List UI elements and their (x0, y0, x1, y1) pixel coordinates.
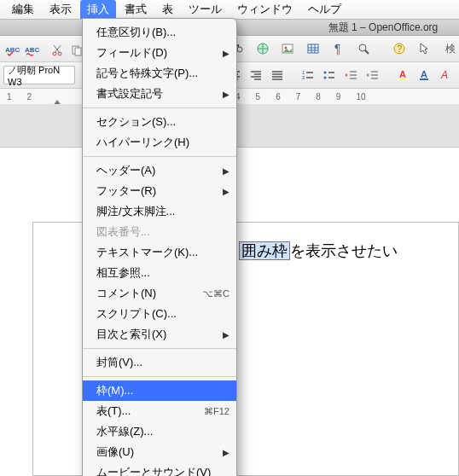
autospell-icon[interactable]: ABC (23, 39, 40, 61)
menu-item[interactable]: フィールド(D)▶ (83, 43, 236, 63)
svg-text:?: ? (397, 44, 402, 54)
menu-item[interactable]: セクション(S)... (83, 112, 236, 132)
ruler-tick: 7 (296, 92, 301, 102)
svg-rect-26 (75, 48, 81, 55)
menu-table[interactable]: 表 (155, 0, 180, 19)
ruler-tick: 5 (256, 92, 261, 102)
svg-rect-19 (420, 78, 428, 80)
svg-text:¶: ¶ (334, 42, 341, 55)
svg-rect-6 (308, 44, 318, 53)
ruler-tick: 10 (356, 92, 365, 102)
menu-help[interactable]: ヘルプ (301, 0, 348, 19)
menu-item[interactable]: 脚注/文末脚注... (83, 201, 236, 222)
menu-item[interactable]: ハイパーリンク(H) (83, 132, 236, 153)
outdent-icon[interactable] (342, 64, 360, 86)
menu-item[interactable]: フッター(R)▶ (83, 181, 236, 201)
spellcheck-icon[interactable]: ABC (3, 39, 20, 61)
menu-item[interactable]: 画像(U)▶ (83, 442, 236, 462)
menu-item-label: ハイパーリンク(H) (96, 135, 189, 150)
svg-text:A: A (440, 69, 448, 81)
menu-item[interactable]: テキストマーク(K)... (83, 242, 236, 263)
svg-text:2: 2 (302, 75, 305, 80)
submenu-arrow-icon: ▶ (223, 90, 230, 99)
svg-text:A: A (399, 69, 406, 79)
menu-item[interactable]: スクリプト(C)... (83, 304, 236, 324)
svg-text:A: A (421, 69, 427, 79)
align-justify-icon[interactable] (269, 64, 287, 86)
menu-item-label: 任意区切り(B)... (96, 25, 176, 40)
char-style-icon[interactable]: A (438, 64, 456, 86)
menu-item-label: 目次と索引(X) (96, 327, 166, 342)
gallery-icon[interactable] (277, 38, 299, 60)
window-title: 無題 1 – OpenOffice.org (328, 21, 439, 33)
insert-menu: 任意区切り(B)...フィールド(D)▶記号と特殊文字(P)...書式設定記号▶… (82, 18, 237, 476)
menu-item-label: 図表番号... (96, 224, 150, 240)
menu-item[interactable]: 水平線(Z)... (83, 421, 236, 442)
svg-line-9 (365, 50, 369, 54)
svg-text:ABC: ABC (25, 46, 39, 54)
font-color-icon[interactable]: A (415, 64, 433, 86)
toolbar-tail: 検 (445, 42, 456, 56)
document-text[interactable]: 囲み枠を表示させたい (239, 241, 398, 261)
menu-window[interactable]: ウィンドウ (230, 0, 299, 19)
help-icon[interactable]: ? (388, 38, 410, 60)
font-name-field[interactable]: ノ明朝 ProN W3 (3, 66, 75, 84)
ruler-tick: 1 (7, 92, 12, 102)
menu-item-label: フィールド(D) (96, 45, 167, 61)
svg-rect-17 (398, 78, 407, 80)
globe-icon[interactable] (252, 38, 274, 60)
menu-item[interactable]: 記号と特殊文字(P)... (83, 63, 236, 84)
menu-item-label: ヘッダー(A) (96, 163, 155, 178)
pointer-icon[interactable] (413, 38, 435, 60)
menu-insert[interactable]: 挿入 (80, 0, 116, 19)
submenu-arrow-icon: ▶ (223, 49, 230, 58)
menu-item-label: コメント(N) (96, 286, 156, 301)
svg-point-14 (324, 72, 327, 74)
menu-item[interactable]: 枠(M)... (83, 380, 236, 401)
menu-item[interactable]: ムービーとサウンド(V) (83, 462, 236, 476)
ruler-tick: 2 (27, 92, 32, 102)
ruler-tick: 9 (336, 92, 341, 102)
zoom-icon[interactable] (352, 38, 375, 60)
menu-item[interactable]: 封筒(V)... (83, 352, 236, 373)
table-icon[interactable] (302, 38, 324, 60)
text-frame[interactable]: 囲み枠 (239, 241, 290, 260)
menu-item[interactable]: ヘッダー(A)▶ (83, 160, 236, 181)
body-text: を表示させたい (290, 242, 398, 259)
submenu-arrow-icon: ▶ (223, 330, 230, 340)
menu-item-label: テキストマーク(K)... (96, 245, 198, 260)
svg-point-8 (359, 44, 366, 51)
menu-item[interactable]: 書式設定記号▶ (83, 84, 236, 104)
menu-tools[interactable]: ツール (182, 0, 229, 19)
list-bullet-icon[interactable] (321, 64, 339, 86)
svg-point-1 (237, 47, 242, 52)
menu-item[interactable]: 表(T)...⌘F12 (83, 401, 236, 421)
align-right-icon[interactable] (247, 64, 265, 86)
menu-format[interactable]: 書式 (118, 0, 154, 19)
cut-icon[interactable] (49, 39, 66, 61)
menu-item-label: 相互参照... (96, 265, 150, 281)
menu-shortcut: ⌘F12 (204, 406, 230, 417)
indent-icon[interactable] (363, 64, 381, 86)
menu-item-label: 記号と特殊文字(P)... (96, 66, 198, 81)
menu-item: 図表番号... (83, 222, 236, 242)
submenu-arrow-icon: ▶ (223, 187, 230, 196)
menu-item[interactable]: 任意区切り(B)... (83, 22, 236, 43)
list-numbered-icon[interactable]: 12 (299, 64, 317, 86)
menu-item[interactable]: コメント(N)⌥⌘C (83, 283, 236, 304)
menu-item-label: スクリプト(C)... (96, 306, 177, 322)
paragraph-icon[interactable]: ¶ (328, 38, 350, 60)
menu-item[interactable]: 目次と索引(X)▶ (83, 324, 236, 345)
submenu-arrow-icon: ▶ (223, 166, 230, 176)
menu-item-label: 水平線(Z)... (96, 424, 153, 439)
menu-item-label: 表(T)... (96, 403, 131, 419)
highlight-icon[interactable]: A (394, 64, 412, 86)
menu-edit[interactable]: 編集 (5, 0, 41, 19)
menu-item-label: 封筒(V)... (96, 355, 142, 370)
menu-view[interactable]: 表示 (43, 0, 78, 19)
submenu-arrow-icon: ▶ (223, 448, 230, 457)
ruler-tick: 6 (276, 92, 281, 102)
menu-item-label: フッター(R) (96, 183, 156, 199)
menu-item[interactable]: 相互参照... (83, 263, 236, 283)
menu-item-label: 書式設定記号 (96, 86, 163, 102)
